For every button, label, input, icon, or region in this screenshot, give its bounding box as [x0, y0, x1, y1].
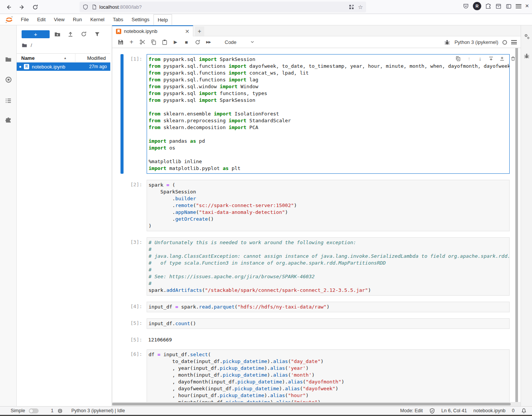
- bookmark-star-icon[interactable]: ☆: [358, 4, 363, 11]
- column-modified[interactable]: Modified: [87, 55, 106, 61]
- browser-forward-button[interactable]: [17, 2, 27, 12]
- bell-icon[interactable]: [521, 408, 527, 414]
- cell-collapser[interactable]: [120, 54, 124, 174]
- notification-count[interactable]: 0: [512, 408, 515, 413]
- profile-avatar[interactable]: R: [473, 2, 481, 10]
- new-folder-icon[interactable]: [52, 30, 63, 38]
- run-icon[interactable]: ▶: [172, 39, 178, 45]
- menu-view[interactable]: View: [50, 14, 69, 25]
- property-inspector-gears-icon[interactable]: [521, 31, 532, 42]
- menu-help[interactable]: Help: [153, 14, 172, 25]
- menu-run[interactable]: Run: [69, 14, 86, 25]
- cell-editor[interactable]: spark = ( SparkSession .builder .remote(…: [147, 180, 510, 231]
- browser-back-button[interactable]: [4, 2, 14, 12]
- menu-kernel[interactable]: Kernel: [86, 14, 109, 25]
- cell-collapser[interactable]: [120, 349, 124, 402]
- status-filename[interactable]: notebook.ipynb: [473, 408, 505, 413]
- insert-cell-icon[interactable]: +: [128, 39, 135, 45]
- sort-ascending-icon[interactable]: ▲: [64, 56, 67, 60]
- menu-file[interactable]: File: [17, 14, 33, 25]
- kernel-status-text[interactable]: Python 3 (ipykernel) | Idle: [71, 408, 125, 413]
- cell-collapser[interactable]: [120, 318, 124, 329]
- debugger-bug-icon[interactable]: [444, 39, 450, 45]
- horizontal-scrollbar-track[interactable]: [112, 402, 521, 406]
- stop-icon[interactable]: ■: [183, 39, 189, 45]
- cell-collapser[interactable]: [120, 237, 124, 296]
- jupyter-menubar: File Edit View Run Kernel Tabs Settings …: [0, 14, 532, 25]
- horizontal-scrollbar-thumb[interactable]: [112, 403, 511, 405]
- browser-menu-icon[interactable]: [516, 4, 521, 8]
- save-icon[interactable]: [117, 39, 124, 45]
- file-row-notebook[interactable]: notebook.ipynb 27m ago: [17, 62, 110, 71]
- url-bar[interactable]: localhost:8080/lab? ☆: [80, 2, 366, 12]
- cut-icon[interactable]: [139, 39, 146, 45]
- menu-settings[interactable]: Settings: [127, 14, 153, 25]
- kernel-chip-icon[interactable]: [57, 408, 63, 414]
- insert-below-icon[interactable]: [499, 56, 505, 62]
- menu-edit[interactable]: Edit: [33, 14, 50, 25]
- move-up-icon[interactable]: ↑: [466, 56, 472, 62]
- shield-icon[interactable]: [83, 4, 88, 10]
- grid-view-icon[interactable]: [349, 4, 354, 10]
- code-cell[interactable]: [5]:input_df.count(): [112, 318, 518, 329]
- cell-collapser[interactable]: [120, 335, 124, 343]
- cell-type-select[interactable]: Code: [225, 39, 255, 45]
- tab-notebook[interactable]: notebook.ipynb ✕: [112, 25, 193, 36]
- cell-collapser[interactable]: [120, 180, 124, 231]
- new-launcher-button[interactable]: +: [22, 30, 50, 38]
- kernel-session-count[interactable]: 1: [51, 408, 53, 413]
- menu-tabs[interactable]: Tabs: [109, 14, 127, 25]
- sidebars-icon[interactable]: [505, 3, 512, 9]
- cursor-position[interactable]: Ln 6, Col 41: [441, 408, 467, 413]
- code-cell[interactable]: [4]:input_df = spark.read.parquet("hdfs:…: [112, 302, 518, 312]
- delete-icon[interactable]: [510, 56, 516, 62]
- code-cell[interactable]: [3]:# Unfortunately this is needed to wo…: [112, 237, 518, 296]
- window-close-icon[interactable]: ×: [525, 2, 529, 10]
- cell-editor[interactable]: df = input_df.select( to_date(input_df.p…: [147, 349, 510, 402]
- column-name[interactable]: Name: [21, 55, 34, 61]
- cell-editor[interactable]: from pyspark.sql import SparkSessionfrom…: [147, 54, 510, 174]
- trusted-shield-icon[interactable]: [429, 408, 435, 414]
- archive-box-icon[interactable]: [495, 3, 502, 9]
- table-of-contents-icon[interactable]: [0, 95, 17, 107]
- pocket-icon[interactable]: [463, 3, 469, 9]
- duplicate-icon[interactable]: [455, 56, 461, 62]
- tab-close-icon[interactable]: ✕: [185, 28, 189, 34]
- toolbar-menu-icon[interactable]: [511, 40, 517, 44]
- folder-icon[interactable]: [22, 42, 27, 48]
- code-cell[interactable]: [1]:from pyspark.sql import SparkSession…: [112, 54, 518, 174]
- mode-indicator[interactable]: Mode: Edit: [400, 408, 423, 413]
- insert-above-icon[interactable]: [488, 56, 494, 62]
- simple-mode-label: Simple: [11, 408, 25, 413]
- debugger-sidebar-bug-icon[interactable]: [521, 50, 532, 62]
- url-text[interactable]: localhost:8080/lab?: [99, 4, 349, 10]
- move-down-icon[interactable]: ↓: [477, 56, 483, 62]
- browser-reload-button[interactable]: [30, 2, 40, 12]
- breadcrumb-root[interactable]: /: [31, 42, 32, 48]
- copy-icon[interactable]: [150, 39, 156, 45]
- file-browser-icon[interactable]: [0, 53, 17, 65]
- cell-editor[interactable]: # Unfortunately this is needed to work a…: [147, 237, 510, 296]
- extension-icon[interactable]: [485, 3, 491, 9]
- cell-editor[interactable]: input_df = spark.read.parquet("hdfs://hd…: [147, 302, 510, 312]
- filter-icon[interactable]: [91, 30, 103, 38]
- extension-manager-icon[interactable]: [0, 114, 17, 126]
- running-kernels-icon[interactable]: [0, 73, 17, 86]
- restart-run-all-icon[interactable]: ▶▶: [205, 39, 211, 45]
- upload-icon[interactable]: [65, 30, 76, 38]
- cell-collapser[interactable]: [120, 302, 124, 312]
- simple-mode-toggle[interactable]: [29, 408, 39, 413]
- code-cell[interactable]: [6]:df = input_df.select( to_date(input_…: [112, 349, 518, 402]
- breadcrumb[interactable]: /: [22, 42, 32, 48]
- kernel-name[interactable]: Python 3 (ipykernel): [454, 39, 498, 45]
- refresh-icon[interactable]: [78, 30, 89, 38]
- vertical-scrollbar[interactable]: [515, 48, 518, 406]
- output-cell[interactable]: [5]:12106669: [112, 335, 518, 343]
- cell-editor[interactable]: input_df.count(): [147, 318, 510, 329]
- notebook-scroll-area[interactable]: [1]:from pyspark.sql import SparkSession…: [112, 48, 518, 402]
- new-tab-button[interactable]: +: [195, 26, 204, 36]
- kernel-status-icon[interactable]: [502, 40, 507, 45]
- paste-icon[interactable]: [161, 39, 167, 45]
- restart-kernel-icon[interactable]: [194, 39, 200, 45]
- code-cell[interactable]: [2]:spark = ( SparkSession .builder .rem…: [112, 180, 518, 231]
